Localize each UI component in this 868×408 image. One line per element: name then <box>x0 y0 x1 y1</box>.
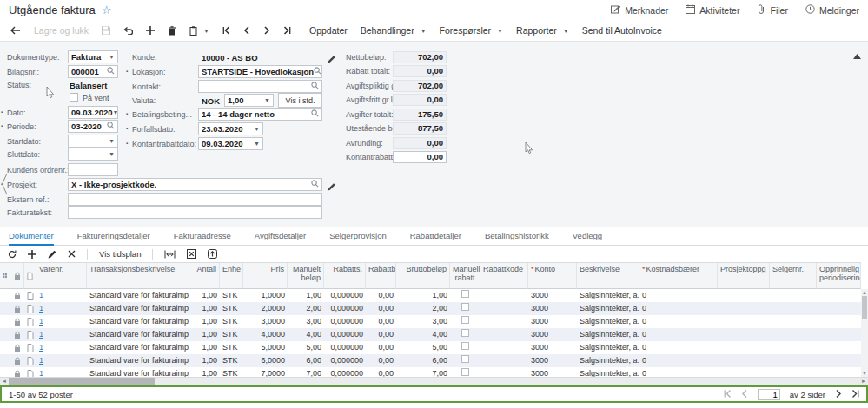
cell-rabattsats[interactable]: 0,000000 <box>324 328 366 341</box>
tab-vedlegg[interactable]: Vedlegg <box>573 227 602 246</box>
cell-kostnadsbaerer[interactable]: 0 <box>639 302 718 315</box>
cell-konto[interactable]: 3000 <box>528 302 577 315</box>
tab-betalingshistorikk[interactable]: Betalingshistorikk <box>485 227 549 246</box>
cell-manuelt_belop[interactable]: 4,00 <box>288 328 324 341</box>
cell-manuelt_belop[interactable]: 2,00 <box>288 302 324 315</box>
table-row[interactable]: 1Standard vare for fakturaimport ...1,00… <box>0 289 861 302</box>
cell-selgernr[interactable] <box>770 315 817 328</box>
pa-vent-checkbox[interactable] <box>70 93 78 102</box>
cell-varenr[interactable]: 1 <box>36 354 87 367</box>
cell-rabattbelop[interactable]: 0,00 <box>366 302 396 315</box>
cell-beskrivelse[interactable]: Standard vare for fakturaimport ... <box>87 289 189 302</box>
varenr-link[interactable]: 1 <box>39 356 43 365</box>
update-button[interactable]: Oppdater <box>309 25 348 36</box>
cell-rabattsats[interactable]: 0,000000 <box>324 302 366 315</box>
cell-pris[interactable]: 7,0000 <box>243 367 288 377</box>
tab-avgiftsdetaljer[interactable]: Avgiftsdetaljer <box>255 227 307 246</box>
cell-kostnadsbaerer[interactable]: 0 <box>639 315 718 328</box>
varenr-link[interactable]: 1 <box>39 291 43 299</box>
activities-button[interactable]: Aktiviteter <box>686 4 739 16</box>
delete-button[interactable] <box>168 26 176 36</box>
kunde-value[interactable]: 10000 - AS BO <box>202 53 258 63</box>
kontantrabattdato-field[interactable]: 09.03.2020▼ <box>198 137 263 150</box>
cell-manuelt_belop[interactable]: 6,00 <box>288 354 324 367</box>
cell-pris[interactable]: 1,0000 <box>243 289 288 302</box>
next-record-button[interactable] <box>263 26 270 35</box>
col-transaksjonsbeskrivelse[interactable]: Transaksjonsbeskrivelse <box>87 263 189 289</box>
col-bruttobeløp[interactable]: Bruttobeløp <box>396 263 450 289</box>
cell-prosjektoppg[interactable] <box>718 367 770 377</box>
cell-varenr[interactable]: 1 <box>36 289 87 302</box>
search-icon[interactable] <box>314 67 321 76</box>
valuta-rate-select[interactable]: 1,00▼ <box>224 94 274 107</box>
cell-kostnadsbaerer[interactable]: 0 <box>639 328 718 341</box>
scroll-right-icon[interactable]: ► <box>859 378 868 385</box>
col-enhe[interactable]: Enhe <box>220 263 243 289</box>
cell-rabattkode[interactable] <box>480 302 528 315</box>
grid-icon[interactable] <box>0 263 10 289</box>
col-antall[interactable]: Antall <box>189 263 220 289</box>
cell-konto_beskrivelse[interactable]: Salgsinntekter, a... <box>577 341 639 354</box>
cell-selgernr[interactable] <box>770 289 817 302</box>
cell-prosjektoppg[interactable] <box>718 341 770 354</box>
manuell-rabatt-checkbox[interactable] <box>461 329 469 337</box>
prev-page-button[interactable] <box>741 390 748 399</box>
lokasjon-lookup[interactable]: STARTSIDE - Hovedlokasjon <box>198 65 322 78</box>
cell-konto[interactable]: 3000 <box>528 328 577 341</box>
collapse-panel-icon[interactable] <box>853 47 861 63</box>
total-kontantrabatt[interactable]: 0,00 <box>393 151 447 163</box>
rapporter-menu[interactable]: Rapporter▼ <box>516 25 569 36</box>
note-icon[interactable] <box>24 341 36 354</box>
cell-antall[interactable]: 1,00 <box>189 328 220 341</box>
note-icon[interactable] <box>24 328 36 341</box>
table-row[interactable]: 1Standard vare for fakturaimport ...1,00… <box>0 354 861 367</box>
search-icon[interactable] <box>311 109 319 119</box>
varenr-link[interactable]: 1 <box>39 343 43 352</box>
undo-button[interactable] <box>123 27 133 35</box>
cell-enhet[interactable]: STK <box>220 354 243 367</box>
cell-rabattsats[interactable]: 0,000000 <box>324 289 366 302</box>
cell-manuelt_belop[interactable]: 5,00 <box>288 341 324 354</box>
cell-antall[interactable]: 1,00 <box>189 354 220 367</box>
splitter-collapse-icon[interactable] <box>1 174 8 198</box>
cell-rabattbelop[interactable]: 0,00 <box>366 367 396 377</box>
betalingsbetingelser-lookup[interactable]: 14 - 14 dager netto <box>198 108 322 121</box>
kontakt-lookup[interactable] <box>198 80 322 93</box>
cell-selgernr[interactable] <box>770 367 817 377</box>
cell-rabattbelop[interactable]: 0,00 <box>366 289 396 302</box>
cell-opprinnelig[interactable] <box>817 315 861 328</box>
cell-konto[interactable]: 3000 <box>528 354 577 367</box>
tab-dokumenter[interactable]: Dokumenter <box>9 227 54 246</box>
sluttdato-field[interactable]: ▼ <box>68 148 118 161</box>
cell-rabattbelop[interactable]: 0,00 <box>366 328 396 341</box>
prosjekt-lookup[interactable]: X - Ikke-prosjektkode. <box>68 178 322 191</box>
cell-manuelt_belop[interactable]: 1,00 <box>288 289 324 302</box>
cell-beskrivelse[interactable]: Standard vare for fakturaimport ... <box>87 354 189 367</box>
tab-faktureringsdetaljer[interactable]: Faktureringsdetaljer <box>77 227 150 246</box>
cell-kostnadsbaerer[interactable]: 0 <box>639 367 718 377</box>
cell-rabattbelop[interactable]: 0,00 <box>366 315 396 328</box>
cell-beskrivelse[interactable]: Standard vare for fakturaimport ... <box>87 315 189 328</box>
ekstern-ref-field[interactable] <box>68 193 322 206</box>
cell-varenr[interactable]: 1 <box>36 315 87 328</box>
cell-enhet[interactable]: STK <box>220 315 243 328</box>
cell-rabattbelop[interactable]: 0,00 <box>366 341 396 354</box>
table-row[interactable]: 1Standard vare for fakturaimport ...1,00… <box>0 341 861 354</box>
col-prosjektoppg[interactable]: Prosjektoppg <box>718 263 770 289</box>
manuell-rabatt-checkbox[interactable] <box>461 368 469 376</box>
copy-paste-button[interactable]: ▼ <box>189 26 209 36</box>
varenr-link[interactable]: 1 <box>39 317 43 326</box>
cell-bruttobelop[interactable]: 5,00 <box>396 341 450 354</box>
prev-record-button[interactable] <box>243 26 250 35</box>
cell-enhet[interactable]: STK <box>220 341 243 354</box>
col-varenr[interactable]: Varenr. <box>36 263 87 289</box>
cell-varenr[interactable]: 1 <box>36 341 87 354</box>
cell-manuelt_belop[interactable]: 3,00 <box>288 315 324 328</box>
cell-konto[interactable]: 3000 <box>528 341 577 354</box>
files-button[interactable]: Filer <box>757 4 787 16</box>
cell-antall[interactable]: 1,00 <box>189 367 220 377</box>
cell-enhet[interactable]: STK <box>220 328 243 341</box>
edit-row-button[interactable] <box>48 250 56 259</box>
cell-konto_beskrivelse[interactable]: Salgsinntekter, a... <box>577 367 639 377</box>
search-icon[interactable] <box>107 122 115 131</box>
